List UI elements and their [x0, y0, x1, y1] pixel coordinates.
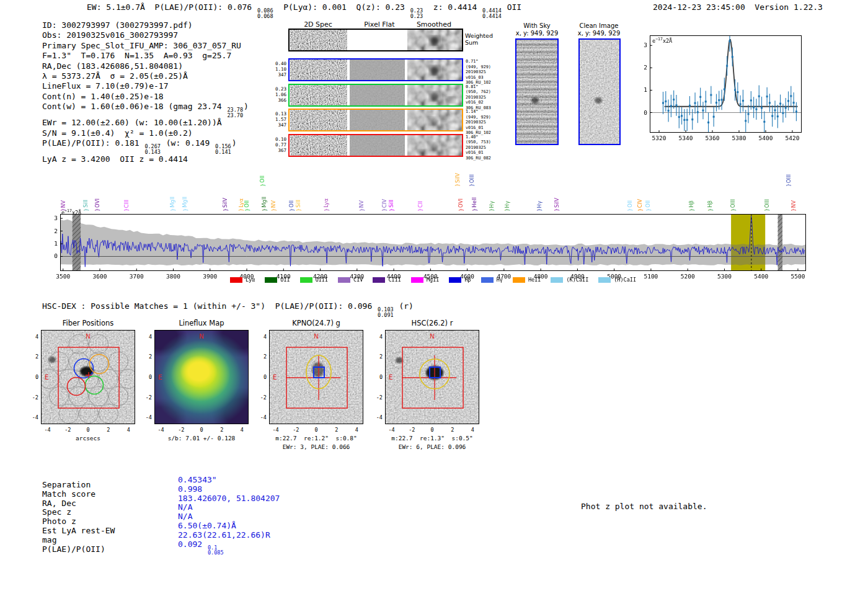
text-segment: P(Lyα): 0.001 Q(z): 0.23	[274, 2, 410, 12]
cutout-ytick-label: -2	[371, 394, 383, 401]
line-bracket-glyph: {	[537, 208, 541, 211]
stacked-fraction: 0.230.23	[410, 8, 423, 19]
emission-line-name: OVI	[94, 198, 100, 208]
fit-ytick-label: 3	[644, 42, 647, 48]
legend-item: CIV	[338, 277, 363, 283]
north-label: N	[314, 333, 318, 340]
line-bracket-glyph: {	[290, 208, 294, 211]
spec2d-image-segment	[350, 135, 405, 156]
emission-line-label: Hγ{	[536, 164, 543, 212]
cutout-image-lineflux: NE	[154, 330, 249, 424]
legend-item: (H)CaII	[598, 277, 636, 283]
legend-label: (K)CaII	[566, 277, 588, 283]
legend-label: (H)CaII	[614, 277, 636, 283]
line-bracket-glyph: {	[124, 208, 128, 211]
weighted-sum-label: WeightedSum	[465, 32, 493, 46]
match-table-label: Spec z	[42, 507, 71, 517]
emission-line-label: OVI{	[457, 164, 464, 212]
legend-item: OII	[265, 277, 290, 283]
text-segment: (w: 0.149	[161, 138, 215, 148]
emission-line-name: MgII	[182, 197, 188, 208]
text-segment: OII	[502, 2, 521, 12]
emission-line-name: CII	[417, 201, 423, 208]
line-bracket-glyph: {	[554, 208, 559, 211]
north-label: N	[430, 333, 434, 340]
emission-line-name: CIV	[381, 199, 388, 208]
match-table-label: mag	[42, 535, 56, 544]
cutout-ytick-label: -2	[141, 394, 152, 401]
spectrum-ytick-label: 1	[54, 240, 58, 247]
line-bracket-glyph: {	[296, 208, 300, 211]
emission-line-label: OVI{	[94, 164, 101, 212]
cutout-ytick-label: -4	[255, 414, 267, 420]
line-bracket-glyph: {	[95, 208, 99, 211]
info-line: S/N = 9.1(±0.4) χ² = 1.0(±0.2)	[42, 128, 249, 138]
legend-item: OIII	[300, 277, 328, 283]
cutout-ytick-label: 0	[371, 374, 383, 380]
right-label-line: (949, 929)	[466, 64, 503, 70]
clean-image-panel	[578, 38, 621, 145]
fit-xtick-label: 5360	[706, 135, 720, 141]
text-segment: EW: 5.1±0.7Å P(LAE)/P(OII): 0.076	[87, 2, 257, 12]
emission-line-label: NV{	[270, 164, 277, 212]
fit-xtick-label: 5400	[759, 135, 773, 141]
stacked-fraction: 0.10.085	[208, 545, 224, 556]
emission-line-label: NV{	[790, 164, 797, 212]
cutout-xtick-label: -4	[156, 427, 166, 433]
spec2d-image-segment	[290, 85, 347, 105]
clean-image-coords: x, y: 949, 929	[574, 30, 624, 37]
text-segment: HSC-DEX : Possible Matches = 1 (within +…	[42, 301, 377, 311]
match-table-value: 6.50(±0.74)Å	[178, 521, 236, 530]
line-bracket-glyph: {	[764, 208, 769, 211]
fit-xtick-label: 5380	[732, 135, 746, 141]
info-line: Cont(n) = 1.40(±0.25)e-18	[42, 92, 249, 102]
line-bracket-glyph: {	[183, 208, 187, 211]
right-label-line: 20190325	[466, 69, 503, 75]
right-label-line: (949, 929)	[466, 115, 503, 120]
text-segment: (r)	[394, 301, 414, 311]
emission-line-label: CIII{	[123, 164, 130, 212]
emission-line-name: CIV	[637, 199, 643, 208]
emission-line-label: NV{	[358, 164, 365, 212]
line-bracket-glyph: {	[627, 208, 632, 211]
legend-label: OII	[280, 277, 290, 283]
info-line: LineFlux = 7.10(±0.79)e-17	[42, 81, 249, 91]
emission-line-name: SiII	[82, 200, 89, 208]
emission-line-name: CIII	[123, 200, 130, 208]
text-segment: 0.998	[178, 484, 202, 494]
line-bracket-glyph: {	[382, 208, 386, 211]
emission-line-label: MgII{	[181, 164, 188, 212]
weighted-sum-text: Sum	[465, 39, 493, 46]
right-label-line: 20190325	[466, 120, 503, 125]
clean-image-title: Clean Image	[574, 22, 624, 29]
info-line: P(LAE)/P(OII): 0.181 0.2670.143 (w: 0.14…	[42, 138, 249, 154]
left-label-line: 0.40	[270, 61, 286, 66]
spectrum-ytick-label: 0	[54, 252, 58, 259]
line-bracket-glyph: {	[84, 208, 88, 211]
right-label-line: v016_02	[466, 100, 503, 105]
spec2d-col-title: Smoothed	[412, 20, 456, 29]
info-line: RA,Dec (183.426086,51.804081)	[42, 61, 249, 71]
cutout-xtick-label: -2	[63, 427, 73, 433]
left-label-line: 347	[270, 72, 286, 78]
cutout-xtick-label: 4	[467, 427, 477, 433]
emission-line-label: MgII{	[260, 164, 268, 212]
spec2d-row-left-labels: 0.131.57347	[270, 111, 286, 128]
legend-swatch	[411, 277, 423, 283]
cutout-xtick-label: 4	[237, 427, 247, 433]
fit-plot-unit-label: e−17x2Å	[652, 37, 672, 44]
match-table-value: N/A	[178, 512, 192, 521]
line-bracket-glyph: {	[223, 208, 228, 211]
legend-swatch	[513, 277, 525, 283]
text-segment: )	[232, 138, 237, 148]
cutout-ytick-label: 0	[141, 374, 152, 380]
info-line: Primary Spec_Slot_IFU_AMP: 306_037_057_R…	[42, 41, 249, 51]
match-table-label: Photo z	[42, 517, 76, 526]
stacked-fraction: 0.1030.091	[378, 307, 394, 318]
text-segment: Obs: 20190325v016_3002793997	[42, 30, 178, 40]
text-segment: 0.45343"	[178, 475, 217, 484]
stacked-fraction: 23.7823.70	[227, 107, 243, 118]
line-bracket-glyph: {	[458, 208, 463, 211]
emission-line-name: NV	[790, 200, 797, 208]
unit-exponent: −17	[64, 208, 72, 213]
